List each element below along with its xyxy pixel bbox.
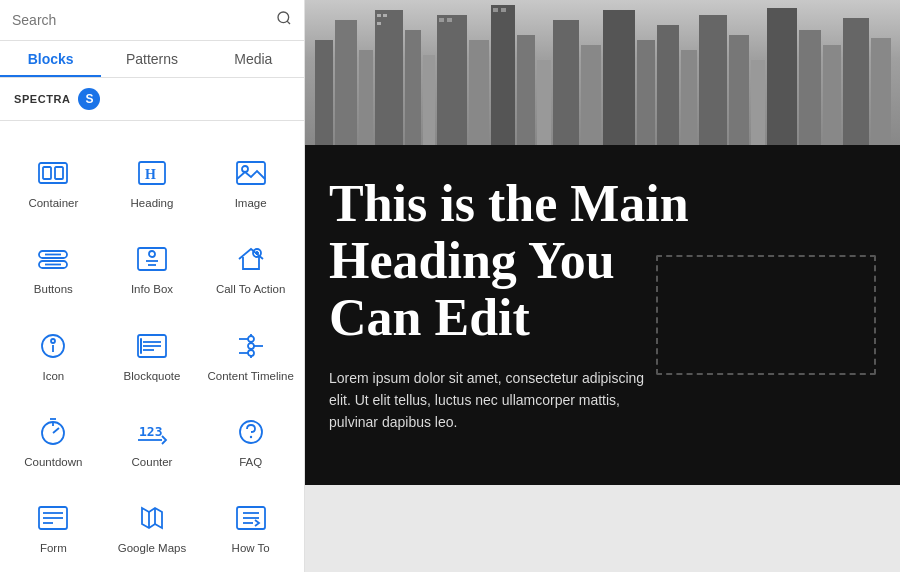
block-item-infobox[interactable]: Info Box bbox=[103, 219, 202, 305]
counter-icon: 123 bbox=[132, 415, 172, 449]
maps-icon bbox=[132, 501, 172, 535]
container-label: Container bbox=[28, 196, 78, 211]
svg-rect-55 bbox=[335, 20, 357, 145]
timeline-icon bbox=[231, 329, 271, 363]
svg-point-21 bbox=[51, 339, 55, 343]
blocks-grid: Container H Heading Image bbox=[0, 125, 304, 572]
search-bar bbox=[0, 0, 304, 41]
svg-rect-61 bbox=[469, 40, 489, 145]
svg-point-31 bbox=[248, 350, 254, 356]
svg-rect-62 bbox=[491, 5, 515, 145]
svg-rect-81 bbox=[377, 22, 381, 25]
block-item-faq[interactable]: FAQ bbox=[201, 392, 300, 478]
svg-rect-80 bbox=[383, 14, 387, 17]
block-item-container[interactable]: Container bbox=[4, 133, 103, 219]
svg-rect-79 bbox=[377, 14, 381, 17]
block-item-heading[interactable]: H Heading bbox=[103, 133, 202, 219]
tab-patterns[interactable]: Patterns bbox=[101, 41, 202, 77]
faq-label: FAQ bbox=[239, 455, 262, 470]
svg-rect-74 bbox=[767, 8, 797, 145]
svg-rect-85 bbox=[447, 18, 452, 22]
svg-rect-69 bbox=[657, 25, 679, 145]
cta-label: Call To Action bbox=[216, 282, 285, 297]
heading-label: Heading bbox=[131, 196, 174, 211]
image-icon bbox=[231, 156, 271, 190]
block-inserter-panel: Blocks Patterns Media SPECTRA S Containe… bbox=[0, 0, 305, 572]
svg-point-14 bbox=[149, 251, 155, 257]
tab-blocks[interactable]: Blocks bbox=[0, 41, 101, 77]
icon-block-icon bbox=[33, 329, 73, 363]
block-item-form[interactable]: Form bbox=[4, 478, 103, 564]
svg-rect-54 bbox=[315, 40, 333, 145]
svg-point-29 bbox=[248, 336, 254, 342]
svg-point-42 bbox=[249, 436, 251, 438]
hero-placeholder-box bbox=[656, 255, 876, 375]
svg-rect-71 bbox=[699, 15, 727, 145]
maps-label: Google Maps bbox=[118, 541, 186, 556]
search-input[interactable] bbox=[12, 12, 276, 28]
svg-text:123: 123 bbox=[139, 424, 162, 439]
block-item-timeline[interactable]: Content Timeline bbox=[201, 305, 300, 391]
svg-rect-78 bbox=[871, 38, 891, 145]
block-item-cta[interactable]: Call To Action bbox=[201, 219, 300, 305]
hero-heading: This is the Main Heading You Can Edit bbox=[329, 175, 709, 347]
container-icon bbox=[33, 156, 73, 190]
icon-label: Icon bbox=[42, 369, 64, 384]
svg-rect-56 bbox=[359, 50, 373, 145]
svg-rect-84 bbox=[439, 18, 444, 22]
block-item-icon[interactable]: Icon bbox=[4, 305, 103, 391]
svg-rect-82 bbox=[493, 8, 498, 12]
svg-rect-63 bbox=[517, 35, 535, 145]
svg-rect-7 bbox=[237, 162, 265, 184]
heading-icon: H bbox=[132, 156, 172, 190]
svg-rect-64 bbox=[537, 60, 551, 145]
buttons-icon bbox=[33, 242, 73, 276]
svg-rect-73 bbox=[751, 60, 765, 145]
divider bbox=[0, 120, 304, 121]
svg-rect-67 bbox=[603, 10, 635, 145]
buttons-label: Buttons bbox=[34, 282, 73, 297]
infobox-label: Info Box bbox=[131, 282, 173, 297]
countdown-label: Countdown bbox=[24, 455, 82, 470]
spectra-header: SPECTRA S bbox=[0, 78, 304, 120]
block-item-howto[interactable]: How To bbox=[201, 478, 300, 564]
svg-rect-4 bbox=[55, 167, 63, 179]
countdown-icon bbox=[33, 415, 73, 449]
svg-rect-68 bbox=[637, 40, 655, 145]
block-item-buttons[interactable]: Buttons bbox=[4, 219, 103, 305]
svg-rect-60 bbox=[437, 15, 467, 145]
form-icon bbox=[33, 501, 73, 535]
block-item-maps[interactable]: Google Maps bbox=[103, 478, 202, 564]
block-item-countdown[interactable]: Countdown bbox=[4, 392, 103, 478]
svg-rect-65 bbox=[553, 20, 579, 145]
block-tabs: Blocks Patterns Media bbox=[0, 41, 304, 78]
svg-rect-75 bbox=[799, 30, 821, 145]
infobox-icon bbox=[132, 242, 172, 276]
city-image bbox=[305, 0, 900, 145]
svg-rect-27 bbox=[140, 338, 142, 354]
svg-line-37 bbox=[53, 428, 59, 433]
block-item-blockquote[interactable]: Blockquote bbox=[103, 305, 202, 391]
block-item-counter[interactable]: 123 Counter bbox=[103, 392, 202, 478]
search-icon bbox=[276, 10, 292, 30]
svg-rect-70 bbox=[681, 50, 697, 145]
svg-point-30 bbox=[248, 343, 254, 349]
blockquote-label: Blockquote bbox=[124, 369, 181, 384]
svg-point-0 bbox=[278, 12, 289, 23]
svg-rect-72 bbox=[729, 35, 749, 145]
spectra-label: SPECTRA bbox=[14, 93, 70, 105]
spectra-badge: S bbox=[78, 88, 100, 110]
form-label: Form bbox=[40, 541, 67, 556]
svg-rect-76 bbox=[823, 45, 841, 145]
cta-icon bbox=[231, 242, 271, 276]
svg-text:H: H bbox=[145, 167, 156, 182]
block-item-image[interactable]: Image bbox=[201, 133, 300, 219]
counter-label: Counter bbox=[132, 455, 173, 470]
svg-rect-59 bbox=[423, 55, 435, 145]
svg-rect-58 bbox=[405, 30, 421, 145]
content-preview: This is the Main Heading You Can Edit Lo… bbox=[305, 0, 900, 572]
hero-paragraph: Lorem ipsum dolor sit amet, consectetur … bbox=[329, 367, 669, 434]
hero-section: This is the Main Heading You Can Edit Lo… bbox=[305, 145, 900, 485]
tab-media[interactable]: Media bbox=[203, 41, 304, 77]
svg-rect-77 bbox=[843, 18, 869, 145]
